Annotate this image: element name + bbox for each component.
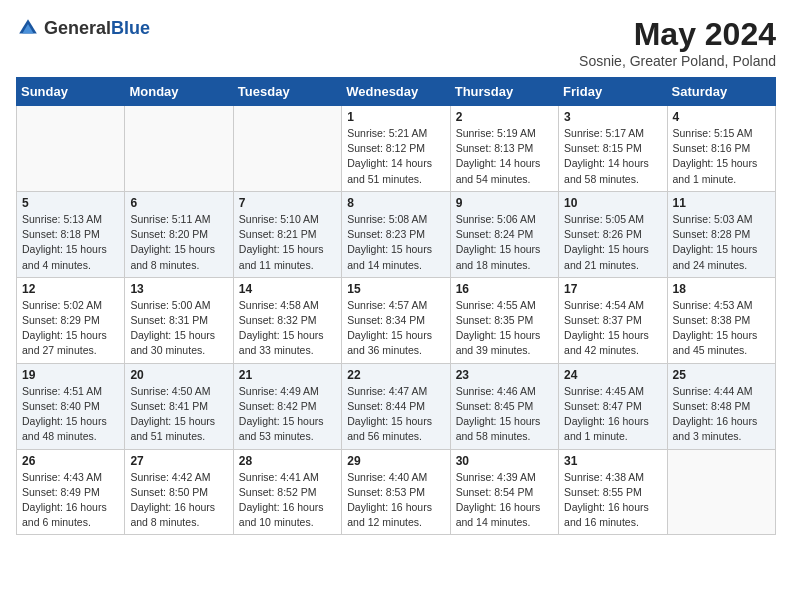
day-info: Sunrise: 4:43 AM Sunset: 8:49 PM Dayligh… (22, 470, 119, 531)
day-number: 10 (564, 196, 661, 210)
logo-icon (16, 16, 40, 40)
weekday-header: Tuesday (233, 78, 341, 106)
day-number: 1 (347, 110, 444, 124)
logo-general: General (44, 18, 111, 38)
day-number: 30 (456, 454, 553, 468)
weekday-header: Sunday (17, 78, 125, 106)
main-title: May 2024 (579, 16, 776, 53)
day-info: Sunrise: 4:51 AM Sunset: 8:40 PM Dayligh… (22, 384, 119, 445)
calendar-cell: 27Sunrise: 4:42 AM Sunset: 8:50 PM Dayli… (125, 449, 233, 535)
calendar-cell: 12Sunrise: 5:02 AM Sunset: 8:29 PM Dayli… (17, 277, 125, 363)
day-number: 18 (673, 282, 770, 296)
day-info: Sunrise: 4:41 AM Sunset: 8:52 PM Dayligh… (239, 470, 336, 531)
weekday-header: Thursday (450, 78, 558, 106)
calendar-cell: 14Sunrise: 4:58 AM Sunset: 8:32 PM Dayli… (233, 277, 341, 363)
calendar-cell: 4Sunrise: 5:15 AM Sunset: 8:16 PM Daylig… (667, 106, 775, 192)
day-number: 17 (564, 282, 661, 296)
day-number: 19 (22, 368, 119, 382)
weekday-header: Monday (125, 78, 233, 106)
subtitle: Sosnie, Greater Poland, Poland (579, 53, 776, 69)
day-number: 6 (130, 196, 227, 210)
day-number: 29 (347, 454, 444, 468)
calendar-week-row: 1Sunrise: 5:21 AM Sunset: 8:12 PM Daylig… (17, 106, 776, 192)
calendar-cell: 19Sunrise: 4:51 AM Sunset: 8:40 PM Dayli… (17, 363, 125, 449)
day-info: Sunrise: 5:08 AM Sunset: 8:23 PM Dayligh… (347, 212, 444, 273)
day-number: 8 (347, 196, 444, 210)
day-info: Sunrise: 5:03 AM Sunset: 8:28 PM Dayligh… (673, 212, 770, 273)
calendar-cell: 3Sunrise: 5:17 AM Sunset: 8:15 PM Daylig… (559, 106, 667, 192)
calendar-cell: 23Sunrise: 4:46 AM Sunset: 8:45 PM Dayli… (450, 363, 558, 449)
day-number: 26 (22, 454, 119, 468)
calendar-cell: 16Sunrise: 4:55 AM Sunset: 8:35 PM Dayli… (450, 277, 558, 363)
day-info: Sunrise: 4:49 AM Sunset: 8:42 PM Dayligh… (239, 384, 336, 445)
weekday-header: Wednesday (342, 78, 450, 106)
day-info: Sunrise: 5:21 AM Sunset: 8:12 PM Dayligh… (347, 126, 444, 187)
day-number: 21 (239, 368, 336, 382)
day-number: 2 (456, 110, 553, 124)
calendar-cell: 7Sunrise: 5:10 AM Sunset: 8:21 PM Daylig… (233, 191, 341, 277)
day-number: 11 (673, 196, 770, 210)
page-header: GeneralBlue May 2024 Sosnie, Greater Pol… (16, 16, 776, 69)
day-info: Sunrise: 4:40 AM Sunset: 8:53 PM Dayligh… (347, 470, 444, 531)
calendar-cell: 6Sunrise: 5:11 AM Sunset: 8:20 PM Daylig… (125, 191, 233, 277)
calendar-cell: 29Sunrise: 4:40 AM Sunset: 8:53 PM Dayli… (342, 449, 450, 535)
calendar-cell: 17Sunrise: 4:54 AM Sunset: 8:37 PM Dayli… (559, 277, 667, 363)
day-info: Sunrise: 4:57 AM Sunset: 8:34 PM Dayligh… (347, 298, 444, 359)
calendar-cell: 25Sunrise: 4:44 AM Sunset: 8:48 PM Dayli… (667, 363, 775, 449)
day-number: 27 (130, 454, 227, 468)
day-number: 4 (673, 110, 770, 124)
day-info: Sunrise: 4:44 AM Sunset: 8:48 PM Dayligh… (673, 384, 770, 445)
day-number: 13 (130, 282, 227, 296)
calendar-cell: 22Sunrise: 4:47 AM Sunset: 8:44 PM Dayli… (342, 363, 450, 449)
title-block: May 2024 Sosnie, Greater Poland, Poland (579, 16, 776, 69)
calendar-week-row: 12Sunrise: 5:02 AM Sunset: 8:29 PM Dayli… (17, 277, 776, 363)
calendar-cell: 10Sunrise: 5:05 AM Sunset: 8:26 PM Dayli… (559, 191, 667, 277)
day-info: Sunrise: 4:38 AM Sunset: 8:55 PM Dayligh… (564, 470, 661, 531)
day-number: 24 (564, 368, 661, 382)
day-info: Sunrise: 5:06 AM Sunset: 8:24 PM Dayligh… (456, 212, 553, 273)
day-info: Sunrise: 4:45 AM Sunset: 8:47 PM Dayligh… (564, 384, 661, 445)
calendar-cell: 24Sunrise: 4:45 AM Sunset: 8:47 PM Dayli… (559, 363, 667, 449)
day-number: 31 (564, 454, 661, 468)
day-info: Sunrise: 4:42 AM Sunset: 8:50 PM Dayligh… (130, 470, 227, 531)
calendar-cell: 5Sunrise: 5:13 AM Sunset: 8:18 PM Daylig… (17, 191, 125, 277)
day-info: Sunrise: 4:54 AM Sunset: 8:37 PM Dayligh… (564, 298, 661, 359)
day-number: 20 (130, 368, 227, 382)
calendar-cell (667, 449, 775, 535)
calendar-cell: 26Sunrise: 4:43 AM Sunset: 8:49 PM Dayli… (17, 449, 125, 535)
day-info: Sunrise: 5:10 AM Sunset: 8:21 PM Dayligh… (239, 212, 336, 273)
day-number: 23 (456, 368, 553, 382)
calendar-cell: 2Sunrise: 5:19 AM Sunset: 8:13 PM Daylig… (450, 106, 558, 192)
day-info: Sunrise: 5:05 AM Sunset: 8:26 PM Dayligh… (564, 212, 661, 273)
logo: GeneralBlue (16, 16, 150, 40)
day-info: Sunrise: 4:47 AM Sunset: 8:44 PM Dayligh… (347, 384, 444, 445)
calendar-cell (125, 106, 233, 192)
calendar-cell: 18Sunrise: 4:53 AM Sunset: 8:38 PM Dayli… (667, 277, 775, 363)
day-info: Sunrise: 5:15 AM Sunset: 8:16 PM Dayligh… (673, 126, 770, 187)
logo-blue: Blue (111, 18, 150, 38)
day-info: Sunrise: 4:50 AM Sunset: 8:41 PM Dayligh… (130, 384, 227, 445)
calendar-cell: 21Sunrise: 4:49 AM Sunset: 8:42 PM Dayli… (233, 363, 341, 449)
day-info: Sunrise: 5:13 AM Sunset: 8:18 PM Dayligh… (22, 212, 119, 273)
day-number: 3 (564, 110, 661, 124)
day-info: Sunrise: 4:39 AM Sunset: 8:54 PM Dayligh… (456, 470, 553, 531)
day-number: 9 (456, 196, 553, 210)
calendar-cell: 9Sunrise: 5:06 AM Sunset: 8:24 PM Daylig… (450, 191, 558, 277)
calendar-cell: 28Sunrise: 4:41 AM Sunset: 8:52 PM Dayli… (233, 449, 341, 535)
calendar-cell: 15Sunrise: 4:57 AM Sunset: 8:34 PM Dayli… (342, 277, 450, 363)
day-info: Sunrise: 5:19 AM Sunset: 8:13 PM Dayligh… (456, 126, 553, 187)
day-info: Sunrise: 4:53 AM Sunset: 8:38 PM Dayligh… (673, 298, 770, 359)
calendar-cell: 30Sunrise: 4:39 AM Sunset: 8:54 PM Dayli… (450, 449, 558, 535)
calendar-cell (17, 106, 125, 192)
day-info: Sunrise: 4:46 AM Sunset: 8:45 PM Dayligh… (456, 384, 553, 445)
calendar-table: SundayMondayTuesdayWednesdayThursdayFrid… (16, 77, 776, 535)
calendar-cell: 11Sunrise: 5:03 AM Sunset: 8:28 PM Dayli… (667, 191, 775, 277)
day-info: Sunrise: 4:58 AM Sunset: 8:32 PM Dayligh… (239, 298, 336, 359)
day-number: 22 (347, 368, 444, 382)
day-number: 16 (456, 282, 553, 296)
calendar-cell: 13Sunrise: 5:00 AM Sunset: 8:31 PM Dayli… (125, 277, 233, 363)
calendar-cell (233, 106, 341, 192)
day-number: 14 (239, 282, 336, 296)
day-info: Sunrise: 4:55 AM Sunset: 8:35 PM Dayligh… (456, 298, 553, 359)
calendar-cell: 20Sunrise: 4:50 AM Sunset: 8:41 PM Dayli… (125, 363, 233, 449)
